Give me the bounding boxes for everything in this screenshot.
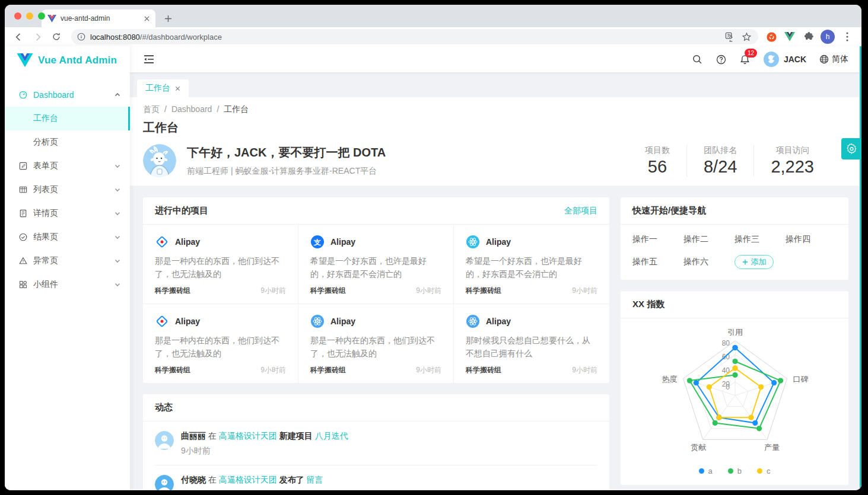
browser-tab[interactable]: vue-antd-admin <box>42 9 155 27</box>
vue-logo-icon <box>17 53 33 68</box>
project-item[interactable]: Alipay 那是一种内在的东西，他们到达不了，也无法触及的 科学搬砖组9小时前 <box>143 304 298 383</box>
zoom-window-button[interactable] <box>38 12 45 20</box>
welcome-subtitle: 前端工程师 | 蚂蚁金服-计算服务事业群-REACT平台 <box>187 166 386 177</box>
quicknav-link-5[interactable]: 操作五 <box>632 257 683 267</box>
forward-icon[interactable] <box>30 29 45 44</box>
project-name[interactable]: Alipay <box>175 237 200 247</box>
project-time: 9小时前 <box>572 286 597 296</box>
translate-icon[interactable] <box>724 31 736 43</box>
project-group[interactable]: 科学搬砖组 <box>155 286 190 296</box>
quicknav-link-2[interactable]: 操作二 <box>683 234 735 245</box>
new-tab-button[interactable] <box>160 11 176 26</box>
app-logo[interactable]: Vue Antd Admin <box>5 46 130 75</box>
sidebar-item-workplace[interactable]: 工作台 <box>5 107 130 130</box>
project-time: 9小时前 <box>572 365 597 375</box>
breadcrumb-home[interactable]: 首页 <box>143 104 160 115</box>
browser-tab-strip: vue-antd-admin <box>5 5 861 27</box>
stat-value: 8/24 <box>704 157 737 177</box>
chevron-down-icon <box>115 210 120 216</box>
project-group[interactable]: 科学搬砖组 <box>310 365 346 375</box>
search-icon[interactable] <box>692 54 703 65</box>
sidebar-item-label: 列表页 <box>33 184 115 195</box>
tab-close-icon[interactable] <box>175 86 180 91</box>
notifications-bell[interactable]: 12 <box>740 54 751 65</box>
settings-gear-button[interactable] <box>841 138 861 159</box>
project-name[interactable]: Alipay <box>486 317 511 326</box>
sidebar-item-exceptions[interactable]: 异常页 <box>5 249 130 273</box>
sidebar-item-details[interactable]: 详情页 <box>5 202 130 225</box>
profile-icon <box>19 209 27 218</box>
browser-profile-avatar[interactable]: h <box>821 30 835 44</box>
dashboard-icon <box>19 91 27 99</box>
site-info-icon[interactable] <box>77 33 85 41</box>
activity-target-link[interactable]: 高逼格设计天团 <box>219 431 277 440</box>
quicknav-link-6[interactable]: 操作六 <box>683 257 735 267</box>
project-item[interactable]: Alipay 那是一种内在的东西，他们到达不了，也无法触及的 科学搬砖组9小时前 <box>298 304 454 383</box>
activity-object-link[interactable]: 八月迭代 <box>315 431 348 440</box>
tab-close-icon[interactable] <box>144 16 150 21</box>
project-name[interactable]: Alipay <box>330 237 355 247</box>
sidebar-item-label: 详情页 <box>33 208 115 219</box>
add-button-label: 添加 <box>751 257 767 267</box>
svg-text:支: 支 <box>313 238 321 247</box>
sidebar-item-forms[interactable]: 表单页 <box>5 154 130 178</box>
breadcrumb-separator: / <box>217 104 219 115</box>
menu-fold-icon[interactable] <box>143 53 155 65</box>
reload-icon[interactable] <box>49 29 64 44</box>
user-name: JACK <box>784 55 806 64</box>
adblock-extension-icon[interactable] <box>765 31 777 43</box>
back-icon[interactable] <box>11 29 26 44</box>
project-item[interactable]: Alipay 那是一种内在的东西，他们到达不了，也无法触及的 科学搬砖组9小时前 <box>143 225 298 304</box>
project-group[interactable]: 科学搬砖组 <box>466 365 501 375</box>
project-name[interactable]: Alipay <box>175 317 200 326</box>
add-quicknav-button[interactable]: 添加 <box>735 255 774 269</box>
project-group[interactable]: 科学搬砖组 <box>466 286 501 296</box>
legend-item-c[interactable]: c <box>757 467 771 475</box>
activity-target-link[interactable]: 高逼格设计天团 <box>219 475 277 484</box>
sidebar-item-lists[interactable]: 列表页 <box>5 178 130 202</box>
project-item[interactable]: Alipay 那时候我只会想自己想要什么，从不想自己拥有什么 科学搬砖组9小时前 <box>454 304 609 383</box>
all-projects-link[interactable]: 全部项目 <box>564 206 597 216</box>
project-item[interactable]: Alipay 希望是一个好东西，也许是最好的，好东西是不会消亡的 科学搬砖组9小… <box>454 225 609 304</box>
language-switcher[interactable]: 简体 <box>819 54 848 65</box>
sidebar-item-label: 小组件 <box>33 279 115 290</box>
app-header: 12 JACK 简体 <box>130 46 861 72</box>
kebab-menu-icon[interactable] <box>841 31 853 43</box>
quicknav-link-1[interactable]: 操作一 <box>632 234 683 245</box>
breadcrumb-section[interactable]: Dashboard <box>171 104 212 115</box>
project-group[interactable]: 科学搬砖组 <box>310 286 346 296</box>
close-window-button[interactable] <box>14 12 21 20</box>
page-header: 首页 / Dashboard / 工作台 工作台 下午好，JACK，要不要打一把… <box>130 97 861 186</box>
project-group[interactable]: 科学搬砖组 <box>155 365 190 375</box>
extensions-puzzle-icon[interactable] <box>802 31 814 43</box>
quicknav-link-3[interactable]: 操作三 <box>735 234 786 245</box>
address-bar[interactable]: localhost:8080/#/dashboard/workplace <box>71 29 758 44</box>
sidebar-item-analysis[interactable]: 分析页 <box>5 130 130 154</box>
sidebar-item-widgets[interactable]: 小组件 <box>5 273 130 296</box>
tab-workplace[interactable]: 工作台 <box>137 79 189 97</box>
activity-user[interactable]: 付晓晓 <box>181 475 206 484</box>
url-text[interactable]: localhost:8080/#/dashboard/workplace <box>90 33 719 41</box>
browser-window: vue-antd-admin localhost:8080/#/dashboar… <box>5 5 861 490</box>
project-time: 9小时前 <box>416 286 441 296</box>
project-item[interactable]: 支Alipay 希望是一个好东西，也许是最好的，好东西是不会消亡的 科学搬砖组9… <box>298 225 454 304</box>
project-name[interactable]: Alipay <box>330 317 355 326</box>
help-icon[interactable] <box>716 54 727 65</box>
sidebar-item-dashboard[interactable]: Dashboard <box>5 83 130 107</box>
sidebar-item-results[interactable]: 结果页 <box>5 225 130 249</box>
quicknav-title: 快速开始/便捷导航 <box>632 205 706 216</box>
activity-object-link[interactable]: 留言 <box>307 475 323 484</box>
quicknav-link-4[interactable]: 操作四 <box>786 234 837 245</box>
legend-item-a[interactable]: a <box>699 467 713 475</box>
legend-item-b[interactable]: b <box>728 467 742 475</box>
appstore-icon <box>19 280 27 289</box>
user-menu[interactable]: JACK <box>764 52 806 67</box>
bookmark-star-icon[interactable] <box>740 31 752 43</box>
project-name[interactable]: Alipay <box>486 237 511 247</box>
right-column: 快速开始/便捷导航 操作一 操作二 操作三 操作四 操作五 操作六 添加 <box>621 197 848 485</box>
svg-text:80: 80 <box>722 339 730 347</box>
sidebar-item-label: 分析页 <box>33 137 58 148</box>
minimize-window-button[interactable] <box>26 12 33 20</box>
vue-devtools-icon[interactable] <box>784 31 796 43</box>
activity-user[interactable]: 曲丽丽 <box>181 431 206 440</box>
